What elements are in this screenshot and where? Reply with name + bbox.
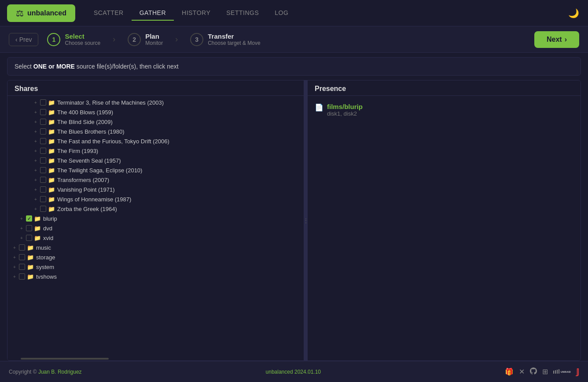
- checkbox[interactable]: [40, 206, 46, 212]
- checkbox[interactable]: [26, 235, 32, 241]
- checkbox[interactable]: [40, 99, 46, 106]
- expand-icon[interactable]: +: [18, 215, 25, 222]
- expand-icon[interactable]: +: [32, 118, 39, 125]
- expand-icon[interactable]: +: [32, 167, 39, 174]
- app-icon[interactable]: ⊞: [542, 367, 548, 376]
- checkbox[interactable]: [26, 225, 32, 231]
- info-text-end: source file(s)/folder(s), then click nex…: [75, 63, 179, 70]
- next-button[interactable]: Next ›: [534, 31, 579, 48]
- item-label: storage: [36, 254, 55, 261]
- expand-icon[interactable]: +: [32, 138, 39, 145]
- step-2-title: Plan: [145, 33, 163, 40]
- folder-icon: 📁: [48, 186, 55, 193]
- folder-icon: 📁: [48, 206, 55, 212]
- expand-icon[interactable]: +: [11, 263, 18, 270]
- list-item[interactable]: + 📁 storage: [7, 252, 304, 262]
- list-item[interactable]: + 📁 The Blind Side (2009): [7, 117, 304, 127]
- folder-icon: 📁: [27, 264, 34, 270]
- list-item[interactable]: + 📁 The 400 Blows (1959): [7, 107, 304, 117]
- folder-icon: 📁: [48, 177, 55, 183]
- presence-path-name: films/blurip: [327, 103, 363, 110]
- list-item[interactable]: + 📁 Terminator 3, Rise of the Machines (…: [7, 98, 304, 107]
- checkbox[interactable]: [19, 244, 25, 251]
- list-item[interactable]: + 📁 Zorba the Greek (1964): [7, 204, 304, 214]
- expand-icon[interactable]: +: [11, 273, 18, 280]
- expand-icon[interactable]: +: [32, 186, 39, 193]
- item-label: The Twilight Saga, Eclipse (2010): [57, 167, 142, 174]
- checkbox[interactable]: [40, 148, 46, 154]
- list-item[interactable]: + 📁 The Blues Brothers (1980): [7, 127, 304, 136]
- checkbox[interactable]: [19, 254, 25, 260]
- nav-settings[interactable]: SETTINGS: [218, 6, 267, 21]
- jb-icon[interactable]: 𝕁: [576, 367, 579, 377]
- list-item[interactable]: + 📁 Vanishing Point (1971): [7, 185, 304, 194]
- item-label: The Seventh Seal (1957): [57, 157, 121, 164]
- list-item[interactable]: + 📁 Transformers (2007): [7, 175, 304, 185]
- step-1-circle: 1: [47, 33, 60, 46]
- expand-icon[interactable]: +: [32, 99, 39, 106]
- divider-handle[interactable]: ⋮: [304, 80, 308, 360]
- checkbox-checked[interactable]: [26, 215, 32, 222]
- app-name: unbalanced: [27, 9, 66, 17]
- list-item[interactable]: + 📁 xvid: [7, 233, 304, 243]
- expand-icon[interactable]: +: [32, 109, 39, 116]
- footer-author-link[interactable]: Juan B. Rodriguez: [38, 369, 82, 375]
- shares-panel-header: Shares: [7, 80, 304, 96]
- item-label: The Blues Brothers (1980): [57, 128, 124, 135]
- github-icon[interactable]: [530, 367, 537, 376]
- step-3-title: Transfer: [208, 33, 260, 40]
- folder-icon: 📁: [27, 254, 34, 261]
- presence-path-details: films/blurip disk1, disk2: [327, 103, 363, 117]
- expand-icon[interactable]: +: [32, 205, 39, 212]
- list-item[interactable]: + 📁 The Twilight Saga, Eclipse (2010): [7, 165, 304, 175]
- expand-icon[interactable]: +: [32, 147, 39, 154]
- expand-icon[interactable]: +: [32, 157, 39, 164]
- checkbox[interactable]: [40, 167, 46, 173]
- step-sep-2: ›: [175, 35, 178, 44]
- list-item[interactable]: + 📁 system: [7, 262, 304, 272]
- tree-container[interactable]: + 📁 Terminator 3, Rise of the Machines (…: [7, 96, 304, 357]
- checkbox[interactable]: [40, 119, 46, 125]
- item-label: The Fast and the Furious, Tokyo Drift (2…: [57, 138, 169, 145]
- dark-mode-button[interactable]: 🌙: [566, 6, 581, 20]
- logo-button[interactable]: ⚖ unbalanced: [7, 4, 75, 22]
- checkbox[interactable]: [40, 196, 46, 202]
- prev-button[interactable]: ‹ Prev: [9, 33, 38, 46]
- checkbox[interactable]: [40, 177, 46, 183]
- folder-icon: 📁: [48, 128, 55, 135]
- expand-icon[interactable]: +: [11, 244, 18, 251]
- list-item[interactable]: + 📁 The Fast and the Furious, Tokyo Drif…: [7, 136, 304, 146]
- presence-panel: Presence 📄 films/blurip disk1, disk2: [308, 80, 581, 360]
- expand-icon[interactable]: +: [32, 176, 39, 183]
- checkbox[interactable]: [40, 109, 46, 115]
- list-item[interactable]: + 📁 blurip: [7, 214, 304, 223]
- svg-rect-1: [555, 370, 556, 374]
- list-item[interactable]: + 📁 music: [7, 243, 304, 252]
- step-1-title: Select: [65, 33, 100, 40]
- checkbox[interactable]: [40, 128, 46, 135]
- checkbox[interactable]: [40, 186, 46, 193]
- expand-icon[interactable]: +: [32, 196, 39, 203]
- footer-version: unbalanced 2024.01.10: [266, 369, 321, 375]
- list-item[interactable]: + 📁 tvshows: [7, 272, 304, 281]
- list-item[interactable]: + 📁 The Firm (1993): [7, 146, 304, 156]
- expand-icon[interactable]: +: [32, 128, 39, 135]
- nav-log[interactable]: LOG: [267, 6, 296, 21]
- nav-scatter[interactable]: SCATTER: [86, 6, 132, 21]
- expand-icon[interactable]: +: [18, 225, 25, 232]
- expand-icon[interactable]: +: [18, 234, 25, 241]
- expand-icon[interactable]: +: [11, 254, 18, 261]
- gift-icon[interactable]: 🎁: [505, 367, 514, 376]
- list-item[interactable]: + 📁 dvd: [7, 223, 304, 233]
- list-item[interactable]: + 📁 Wings of Honneamise (1987): [7, 194, 304, 204]
- checkbox[interactable]: [19, 264, 25, 270]
- checkbox[interactable]: [40, 138, 46, 144]
- nav-history[interactable]: HISTORY: [174, 6, 218, 21]
- item-label: dvd: [43, 225, 52, 232]
- nav-gather[interactable]: GATHER: [132, 6, 174, 21]
- checkbox[interactable]: [40, 157, 46, 164]
- list-item[interactable]: + 📁 The Seventh Seal (1957): [7, 156, 304, 165]
- twitter-x-icon[interactable]: ✕: [519, 367, 525, 376]
- item-label: music: [36, 244, 51, 251]
- checkbox[interactable]: [19, 273, 25, 280]
